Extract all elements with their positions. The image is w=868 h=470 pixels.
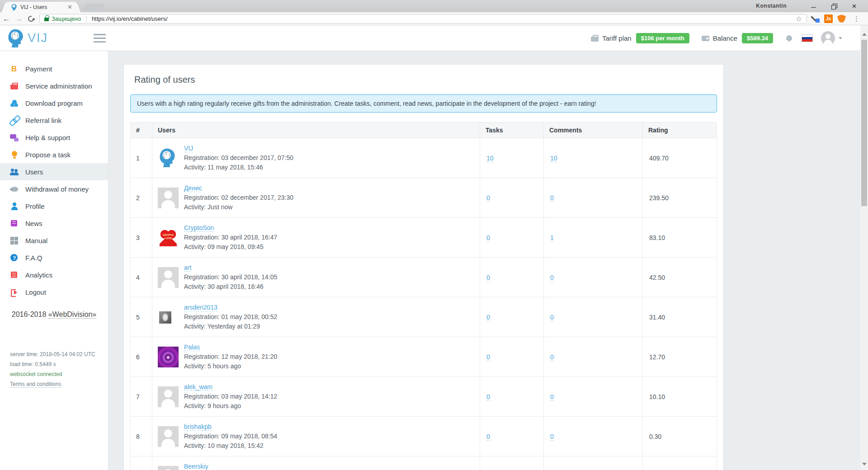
comments-count-link[interactable]: 0 <box>550 274 554 282</box>
browser-tab[interactable]: VIJ - Users ✕ <box>7 2 75 12</box>
sidebar-item[interactable]: Analytics <box>0 266 108 283</box>
close-button[interactable]: × <box>844 0 864 12</box>
language-flag-ru-icon[interactable] <box>802 34 813 42</box>
user-cell: art Registration: 30 april 2018, 14:05 A… <box>152 258 480 297</box>
address-bar[interactable]: Защищено | https://vij.io/en/cabinet/use… <box>39 14 807 24</box>
comments-cell: 0 <box>544 178 643 218</box>
user-avatar-menu[interactable] <box>821 31 835 45</box>
sidebar-item[interactable]: Service administration <box>0 77 108 94</box>
sidebar-item[interactable]: Payment <box>0 60 108 77</box>
sidebar-item-label: Profile <box>25 202 45 210</box>
webdivision-link[interactable]: «WebDivision» <box>48 310 96 319</box>
user-name-link[interactable]: Palas <box>184 343 200 351</box>
user-name-link[interactable]: art <box>184 264 191 272</box>
notifications-bell-icon[interactable] <box>785 34 793 42</box>
browser-menu-icon[interactable]: ⋮ <box>853 14 860 23</box>
user-name-link[interactable]: brishakpb <box>184 423 212 431</box>
rating-value: 12.70 <box>643 337 717 377</box>
minimize-icon <box>811 7 816 8</box>
tasks-count-link[interactable]: 0 <box>486 314 490 321</box>
tasks-count-link[interactable]: 0 <box>486 234 490 242</box>
sidebar-item[interactable]: Logout <box>0 283 108 301</box>
tariff-badge[interactable]: $106 per month <box>636 33 689 43</box>
user-name-link[interactable]: alek_wam <box>184 383 212 391</box>
user-registration: Registration: 30 april 2018, 14:05 <box>184 273 277 282</box>
sidebar-item[interactable]: Manual <box>0 232 108 249</box>
tasks-count-link[interactable]: 0 <box>486 393 490 401</box>
tasks-count-link[interactable]: 0 <box>486 433 490 441</box>
comments-count-link[interactable]: 0 <box>550 314 554 321</box>
tariff-briefcase-icon <box>590 34 599 42</box>
sidebar-item[interactable]: Profile <box>0 197 108 215</box>
metamask-fox-icon[interactable] <box>837 15 846 23</box>
users-table: # Users Tasks Comments Rating 1 <box>130 122 717 470</box>
balance-badge[interactable]: $589.34 <box>742 33 773 43</box>
rating-value: 10.10 <box>643 377 717 417</box>
rating-value: 42.50 <box>643 258 717 297</box>
chevron-down-icon[interactable] <box>839 37 842 41</box>
comments-cell: 1 <box>544 218 643 258</box>
user-cell: Денис Registration: 02 december 2017, 23… <box>152 178 480 218</box>
comments-count-link[interactable]: 0 <box>550 353 554 361</box>
restore-button[interactable] <box>824 0 844 12</box>
jx-extension-icon[interactable]: Jx <box>824 14 833 23</box>
sidebar-item[interactable]: Users <box>0 163 108 180</box>
balance-label: Balance <box>713 34 737 42</box>
tasks-count-link[interactable]: 0 <box>486 353 490 361</box>
comments-count-link[interactable]: 0 <box>550 194 554 202</box>
sidebar-item[interactable]: Referral link <box>0 112 108 129</box>
table-row: 5 arsden2013 Registration: 01 may 2018, … <box>131 297 717 337</box>
comments-cell: 0 <box>544 377 643 417</box>
table-row: 8 brishakpb Registration: 09 may 2018, 0… <box>131 417 717 456</box>
user-name-link[interactable]: arsden2013 <box>184 304 217 311</box>
sidebar-item[interactable]: Withdrawal of money <box>0 180 108 197</box>
tab-close-icon[interactable]: ✕ <box>67 4 72 10</box>
site-logo[interactable]: VIJ <box>6 28 48 48</box>
forward-button[interactable]: → <box>13 15 25 23</box>
user-activity: Activity: Just now <box>184 202 293 212</box>
comments-count-link[interactable]: 1 <box>550 234 554 242</box>
user-avatar <box>158 227 179 248</box>
comments-count-link[interactable]: 0 <box>550 393 554 401</box>
minimize-button[interactable] <box>803 0 824 12</box>
user-name-link[interactable]: VIJ <box>184 145 193 152</box>
scrollbar-thumb[interactable] <box>861 40 867 206</box>
sidebar-item-label: Propose a task <box>25 151 71 159</box>
tasks-count-link[interactable]: 0 <box>486 194 490 202</box>
rating-value: 409.70 <box>643 138 717 178</box>
row-number: 8 <box>131 417 152 456</box>
tasks-count-link[interactable]: 10 <box>486 155 494 162</box>
back-button[interactable]: ← <box>0 15 13 23</box>
sidebar-item[interactable]: F.A.Q <box>0 249 108 266</box>
rating-value: 0.30 <box>643 417 717 456</box>
sidebar-item-icon <box>10 254 19 262</box>
comments-count-link[interactable]: 10 <box>550 155 557 162</box>
user-name-link[interactable]: Денис <box>184 184 202 192</box>
colorpicker-extension-icon[interactable] <box>811 14 820 23</box>
terms-link[interactable]: Terms and conditions <box>10 381 61 388</box>
reload-button[interactable] <box>28 16 34 22</box>
column-header-users: Users <box>152 122 480 138</box>
bookmark-star-icon[interactable]: ☆ <box>796 14 802 23</box>
user-name-link[interactable]: CryptoSon <box>184 224 214 232</box>
sidebar-item[interactable]: Help & support <box>0 129 108 146</box>
sidebar-item-label: Help & support <box>25 134 70 141</box>
main-content: Rating of users Users with a high rating… <box>108 51 860 470</box>
sidebar-item[interactable]: Propose a task <box>0 146 108 163</box>
tasks-count-link[interactable]: 0 <box>486 274 490 282</box>
scrollbar-down-arrow-icon[interactable] <box>862 463 867 468</box>
user-avatar <box>158 307 179 328</box>
sidebar-item[interactable]: Download program <box>0 94 108 112</box>
sidebar-item[interactable]: News <box>0 215 108 232</box>
user-name-link[interactable]: Beerskiy <box>184 463 208 470</box>
scrollbar-up-arrow-icon[interactable] <box>862 31 867 36</box>
user-cell: Palas Registration: 12 may 2018, 21:20 A… <box>152 337 480 377</box>
hamburger-menu-icon[interactable] <box>94 34 106 42</box>
page-scrollbar[interactable] <box>860 25 868 470</box>
comments-count-link[interactable]: 0 <box>550 433 554 441</box>
sidebar-item-label: Service administration <box>25 82 92 90</box>
user-cell: CryptoSon Registration: 30 april 2018, 1… <box>152 218 480 258</box>
sidebar-item-label: News <box>25 220 42 227</box>
new-tab-button[interactable] <box>82 4 104 10</box>
row-number: 1 <box>131 138 152 178</box>
